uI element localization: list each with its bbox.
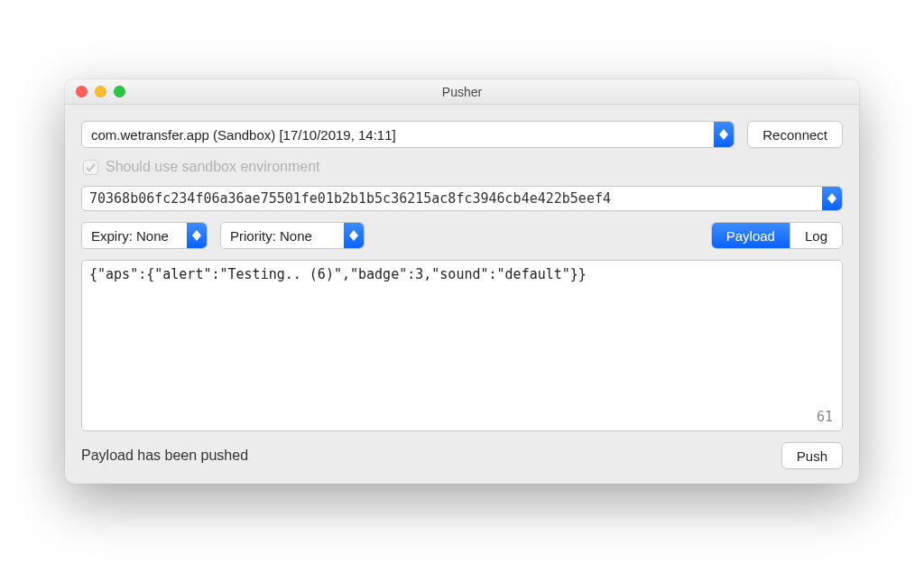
expiry-select[interactable]: Expiry: None <box>81 222 208 249</box>
expiry-value: Expiry: None <box>91 228 169 244</box>
window-title: Pusher <box>65 85 859 99</box>
payload-textarea[interactable]: {"aps":{"alert":"Testing.. (6)","badge":… <box>81 260 843 431</box>
sandbox-checkbox <box>83 160 98 175</box>
svg-marker-5 <box>192 235 201 241</box>
app-window: Pusher com.wetransfer.app (Sandbox) [17/… <box>65 79 859 484</box>
app-identity-select[interactable]: com.wetransfer.app (Sandbox) [17/10/2019… <box>81 121 735 148</box>
footer-row: Payload has been pushed Push <box>81 442 843 469</box>
svg-marker-1 <box>719 134 728 140</box>
sandbox-checkbox-label: Should use sandbox environment <box>106 159 320 175</box>
status-text: Payload has been pushed <box>81 448 248 464</box>
priority-select[interactable]: Priority: None <box>220 222 365 249</box>
chevron-up-down-icon <box>344 223 364 248</box>
check-icon <box>86 162 96 172</box>
device-token-value: 70368b06fc234f06a36ae75501fe01b2b1b5c362… <box>89 190 611 207</box>
view-segment: Payload Log <box>711 222 843 249</box>
tab-log[interactable]: Log <box>790 223 842 248</box>
tab-log-label: Log <box>805 228 827 244</box>
device-token-select[interactable]: 70368b06fc234f06a36ae75501fe01b2b1b5c362… <box>81 186 843 211</box>
tab-payload[interactable]: Payload <box>712 223 790 248</box>
reconnect-button[interactable]: Reconnect <box>747 121 843 148</box>
svg-marker-7 <box>349 235 358 241</box>
sandbox-checkbox-row: Should use sandbox environment <box>81 159 843 175</box>
push-label: Push <box>797 448 827 464</box>
content-area: com.wetransfer.app (Sandbox) [17/10/2019… <box>65 105 859 484</box>
titlebar: Pusher <box>65 79 859 105</box>
payload-text: {"aps":{"alert":"Testing.. (6)","badge":… <box>89 266 587 282</box>
tab-payload-label: Payload <box>726 228 775 244</box>
chevron-up-down-icon <box>187 223 207 248</box>
priority-value: Priority: None <box>230 228 312 244</box>
reconnect-label: Reconnect <box>762 127 827 143</box>
chevron-up-down-icon <box>822 187 842 210</box>
app-identity-value: com.wetransfer.app (Sandbox) [17/10/2019… <box>91 127 396 143</box>
chevron-up-down-icon <box>714 122 734 147</box>
push-button[interactable]: Push <box>781 442 843 469</box>
svg-marker-3 <box>827 198 836 204</box>
char-counter: 61 <box>817 409 833 425</box>
